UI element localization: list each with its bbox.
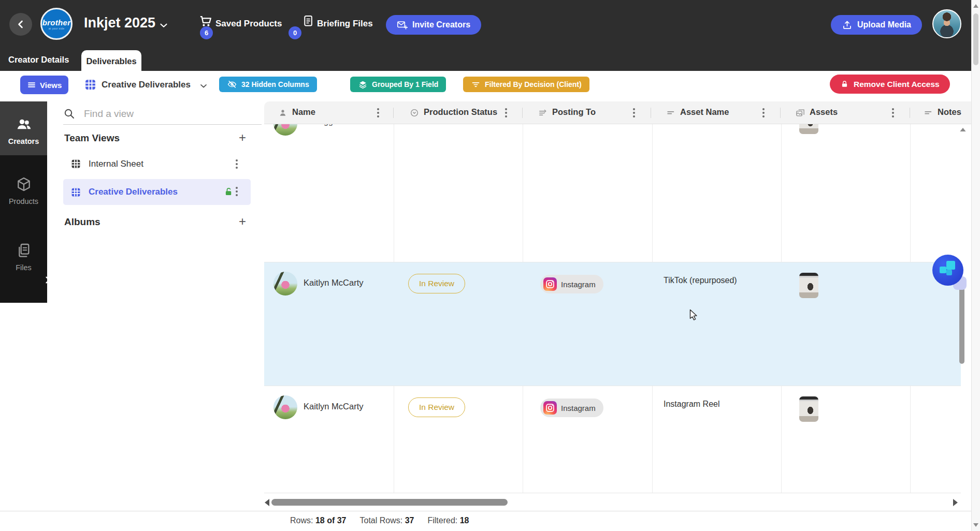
view-selector-chevron-down-icon[interactable]	[198, 81, 209, 91]
back-button[interactable]	[9, 13, 32, 36]
saved-products-label[interactable]: Saved Products	[215, 19, 282, 29]
briefing-files-icon[interactable]	[301, 14, 315, 28]
page-scrollbar-thumb[interactable]	[973, 13, 978, 65]
floating-extension-button[interactable]	[932, 255, 963, 286]
find-view-input[interactable]	[83, 108, 240, 120]
column-resize-handle[interactable]	[651, 108, 651, 118]
text-field-icon	[666, 108, 676, 118]
asset-name-text[interactable]: Instagram Reel	[664, 400, 720, 409]
rail-item-creators[interactable]: Creators	[0, 101, 47, 155]
total-rows-count: Total Rows: 37	[360, 516, 414, 525]
table-vertical-scrollbar-thumb[interactable]	[959, 286, 964, 364]
remove-client-access-button[interactable]: Remove Client Access	[830, 75, 950, 94]
campaign-chevron-down-icon[interactable]	[158, 20, 169, 31]
column-resize-handle[interactable]	[780, 108, 781, 118]
row-border	[264, 262, 961, 262]
production-status-badge[interactable]: In Review	[408, 397, 465, 417]
saved-products-badge: 6	[200, 26, 213, 39]
page-scroll-down-arrow[interactable]	[973, 523, 978, 527]
tab-creator-details[interactable]: Creator Details	[8, 49, 69, 71]
horizontal-scrollbar-thumb[interactable]	[271, 499, 508, 506]
posting-to-chip[interactable]: Instagram	[540, 275, 603, 293]
view-item-creative-deliverables[interactable]: Creative Deliverables	[63, 179, 251, 205]
invite-creators-label: Invite Creators	[412, 20, 470, 30]
column-header-production-status[interactable]: Production Status	[424, 107, 497, 117]
images-icon	[795, 108, 805, 118]
table-scroll-up-arrow[interactable]	[959, 127, 967, 132]
creator-name[interactable]: Kaitlyn McCarty	[304, 278, 364, 288]
column-header-name[interactable]: Name	[292, 107, 315, 117]
filtered-chip[interactable]: Filtered By Decision (Client)	[463, 77, 589, 92]
view-item-label: Creative Deliverables	[89, 187, 178, 197]
column-menu-icon[interactable]	[505, 108, 507, 110]
view-item-internal-sheet[interactable]: Internal Sheet	[70, 158, 143, 169]
column-header-assets[interactable]: Assets	[810, 107, 838, 117]
column-header-notes[interactable]: Notes	[938, 107, 961, 117]
invite-creators-button[interactable]: Invite Creators	[386, 15, 481, 35]
asset-thumbnail[interactable]	[799, 396, 818, 422]
add-album-button[interactable]: +	[236, 215, 249, 229]
lock-icon	[840, 80, 849, 89]
rail-item-products[interactable]: Products	[0, 176, 47, 205]
team-views-heading: Team Views	[64, 132, 120, 144]
view-item-menu-icon[interactable]	[236, 187, 238, 189]
tab-bar: Creator Details Deliverables	[0, 49, 971, 71]
column-header-asset-name[interactable]: Asset Name	[680, 107, 729, 117]
person-icon	[278, 108, 288, 118]
tab-deliverables[interactable]: Deliverables	[81, 50, 141, 71]
column-resize-handle[interactable]	[522, 108, 523, 118]
add-team-view-button[interactable]: +	[236, 131, 249, 145]
page-scrollbar[interactable]	[971, 0, 980, 531]
grouped-chip[interactable]: Grouped By 1 Field	[350, 77, 446, 92]
table-header: Name Production Status Posting To Asset …	[264, 101, 971, 124]
people-icon	[16, 116, 32, 132]
grid-view-icon	[70, 158, 81, 169]
search-icon	[63, 108, 76, 120]
column-menu-icon[interactable]	[633, 108, 635, 110]
column-header-posting-to[interactable]: Posting To	[552, 107, 596, 117]
layers-icon	[358, 80, 368, 90]
asset-thumbnail[interactable]	[799, 124, 818, 134]
app-root: brother at your side Inkjet 2025 6 Saved…	[0, 0, 980, 531]
upload-media-label: Upload Media	[857, 20, 911, 30]
page-scroll-up-arrow[interactable]	[973, 4, 978, 8]
view-item-menu-icon[interactable]	[236, 159, 238, 161]
views-button[interactable]: Views	[20, 76, 68, 94]
production-status-badge[interactable]: In Review	[408, 274, 465, 293]
clipped-name-text: gg	[324, 124, 333, 126]
unlock-icon	[224, 187, 234, 197]
hscroll-right-arrow[interactable]	[953, 499, 958, 506]
avatar[interactable]	[273, 272, 297, 296]
brand-name: brother	[42, 18, 71, 27]
column-menu-icon[interactable]	[762, 108, 765, 110]
remove-client-access-label: Remove Client Access	[854, 80, 940, 89]
hscroll-left-arrow[interactable]	[265, 499, 269, 506]
upload-media-button[interactable]: Upload Media	[831, 15, 922, 35]
menu-icon	[27, 80, 36, 90]
creator-name[interactable]: Kaitlyn McCarty	[304, 402, 364, 411]
column-resize-handle[interactable]	[910, 108, 910, 118]
posting-to-chip[interactable]: Instagram	[540, 399, 603, 417]
user-avatar[interactable]	[932, 9, 961, 38]
rail-label-creators: Creators	[8, 137, 39, 145]
avatar[interactable]	[273, 395, 297, 419]
column-menu-icon[interactable]	[892, 108, 894, 110]
column-menu-icon[interactable]	[377, 108, 379, 110]
asset-thumbnail[interactable]	[799, 273, 818, 298]
brand-tagline: at your side	[49, 27, 65, 30]
asset-name-text[interactable]: TikTok (repurposed)	[664, 276, 737, 285]
avatar[interactable]	[273, 124, 297, 136]
view-selector[interactable]: Creative Deliverables	[102, 80, 191, 90]
posting-to-label: Instagram	[561, 404, 596, 412]
grid-view-icon	[84, 78, 97, 91]
briefing-files-label[interactable]: Briefing Files	[317, 19, 373, 29]
column-resize-handle[interactable]	[393, 108, 394, 118]
filtered-label: Filtered By Decision (Client)	[485, 80, 582, 89]
hidden-columns-chip[interactable]: 32 Hidden Columns	[219, 77, 317, 92]
status-footer: Rows: 18 of 37 Total Rows: 37 Filtered: …	[0, 511, 971, 531]
list-arrow-icon	[538, 108, 548, 118]
filter-icon	[471, 80, 481, 90]
brand-logo: brother at your side	[40, 8, 73, 40]
selected-row-highlight	[264, 262, 961, 386]
find-view-search[interactable]	[63, 104, 262, 125]
